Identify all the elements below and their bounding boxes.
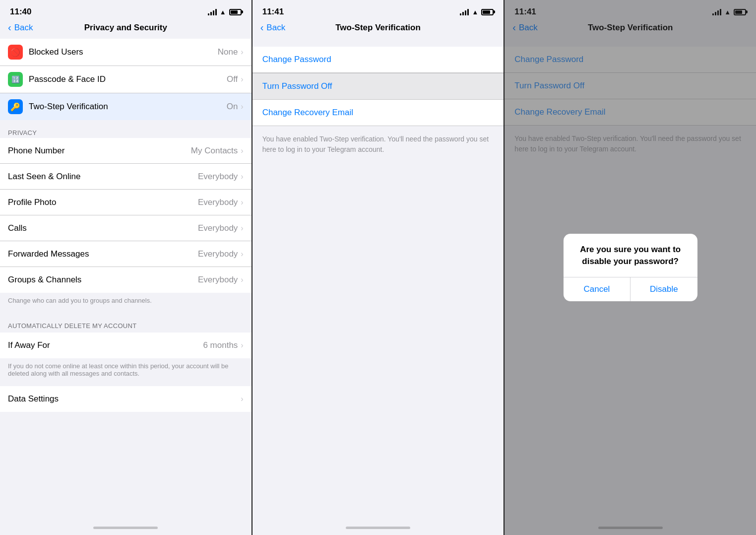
groups-chevron-icon: › — [241, 275, 243, 284]
home-indicator-2 — [252, 523, 504, 535]
forwarded-chevron-icon: › — [241, 250, 243, 259]
battery-icon-2 — [481, 9, 494, 15]
passcode-chevron-icon: › — [241, 75, 243, 84]
last-seen-row[interactable]: Last Seen & Online Everybody › — [0, 164, 252, 190]
home-indicator-1 — [0, 523, 252, 535]
blocked-users-label: Blocked Users — [29, 47, 218, 57]
alert-title: Are you sure you want to disable your pa… — [564, 234, 697, 271]
delete-account-footer: If you do not come online at least once … — [0, 358, 252, 386]
profile-photo-row[interactable]: Profile Photo Everybody › — [0, 190, 252, 215]
if-away-chevron-icon: › — [241, 341, 243, 350]
forwarded-value: Everybody — [198, 249, 238, 259]
blocked-users-icon: 🚫 — [8, 45, 23, 60]
data-settings-section: Data Settings › — [0, 386, 252, 412]
change-recovery-email-item-2[interactable]: Change Recovery Email — [252, 100, 504, 126]
security-section: 🚫 Blocked Users None › 🔢 Passcode & Face… — [0, 39, 252, 120]
status-time-2: 11:41 — [262, 7, 284, 17]
data-settings-label: Data Settings — [8, 394, 241, 404]
back-label-2: Back — [266, 23, 285, 33]
phone-number-label: Phone Number — [8, 146, 191, 156]
if-away-label: If Away For — [8, 340, 203, 350]
last-seen-label: Last Seen & Online — [8, 172, 198, 182]
back-chevron-icon-1: ‹ — [8, 22, 11, 33]
wifi-icon-2: ▲ — [472, 8, 478, 16]
change-recovery-email-label-2: Change Recovery Email — [262, 108, 353, 118]
forwarded-label: Forwarded Messages — [8, 249, 198, 259]
description-2: You have enabled Two-Step verification. … — [252, 126, 504, 163]
profile-photo-value: Everybody — [198, 198, 238, 207]
back-chevron-icon-2: ‹ — [260, 22, 264, 33]
groups-value: Everybody — [198, 275, 238, 285]
status-bar-1: 11:40 ▲ — [0, 0, 252, 21]
signal-bars-icon-2 — [460, 9, 469, 15]
separator-privacy: PRIVACY — [0, 120, 252, 138]
passcode-icon: 🔢 — [8, 72, 23, 87]
alert-overlay: Are you sure you want to disable your pa… — [504, 0, 756, 535]
back-button-1[interactable]: ‹ Back — [8, 22, 33, 33]
two-step-label: Two-Step Verification — [29, 102, 227, 112]
two-step-row[interactable]: 🔑 Two-Step Verification On › — [0, 93, 252, 120]
alert-buttons: Cancel Disable — [564, 277, 697, 301]
passcode-label: Passcode & Face ID — [29, 74, 227, 84]
two-step-value: On — [227, 102, 238, 112]
delete-account-header: AUTOMATICALLY DELETE MY ACCOUNT — [0, 313, 252, 333]
panel-two-step-2: 11:41 ▲ ‹ Back Two-Step Verification Cha… — [504, 0, 756, 535]
two-step-icon: 🔑 — [8, 99, 23, 114]
phone-number-value: My Contacts — [191, 146, 238, 156]
status-bar-2: 11:41 ▲ — [252, 0, 504, 21]
phone-number-row[interactable]: Phone Number My Contacts › — [0, 138, 252, 164]
last-seen-value: Everybody — [198, 172, 238, 182]
phone-number-chevron-icon: › — [241, 146, 243, 155]
privacy-header: PRIVACY — [0, 120, 252, 139]
groups-label: Groups & Channels — [8, 275, 198, 285]
nav-title-2: Two-Step Verification — [335, 23, 421, 33]
wifi-icon: ▲ — [220, 8, 226, 16]
signal-bars-icon — [208, 9, 217, 15]
content-1: 🚫 Blocked Users None › 🔢 Passcode & Face… — [0, 39, 252, 523]
groups-footer: Change who can add you to groups and cha… — [0, 293, 252, 313]
blocked-users-value: None — [218, 47, 238, 57]
panel-two-step-1: 11:41 ▲ ‹ Back Two-Step Verification Cha… — [252, 0, 504, 535]
back-button-2[interactable]: ‹ Back — [260, 22, 285, 33]
data-settings-row[interactable]: Data Settings › — [0, 386, 252, 412]
groups-row[interactable]: Groups & Channels Everybody › — [0, 267, 252, 293]
disable-button[interactable]: Disable — [630, 277, 697, 301]
passcode-row[interactable]: 🔢 Passcode & Face ID Off › — [0, 66, 252, 93]
delete-account-section: If Away For 6 months › — [0, 333, 252, 358]
nav-title-1: Privacy and Security — [84, 23, 167, 33]
calls-value: Everybody — [198, 223, 238, 233]
if-away-row[interactable]: If Away For 6 months › — [0, 333, 252, 358]
privacy-section: Phone Number My Contacts › Last Seen & O… — [0, 138, 252, 293]
battery-icon — [229, 9, 242, 15]
profile-photo-label: Profile Photo — [8, 198, 198, 207]
content-2: Change Password Turn Password Off Change… — [252, 39, 504, 523]
calls-row[interactable]: Calls Everybody › — [0, 215, 252, 241]
back-label-1: Back — [14, 23, 33, 33]
status-time-1: 11:40 — [10, 7, 31, 17]
cancel-button[interactable]: Cancel — [564, 277, 631, 301]
calls-chevron-icon: › — [241, 224, 243, 233]
change-password-item-2[interactable]: Change Password — [252, 47, 504, 73]
panel-privacy-security: 11:40 ▲ ‹ Back Privacy and Security — [0, 0, 252, 535]
nav-bar-1: ‹ Back Privacy and Security — [0, 21, 252, 39]
forwarded-row[interactable]: Forwarded Messages Everybody › — [0, 241, 252, 267]
status-icons-1: ▲ — [208, 8, 242, 16]
alert-dialog: Are you sure you want to disable your pa… — [564, 234, 697, 302]
turn-password-off-label-2: Turn Password Off — [262, 81, 332, 91]
change-password-label-2: Change Password — [262, 55, 331, 65]
blocked-users-row[interactable]: 🚫 Blocked Users None › — [0, 39, 252, 66]
data-settings-chevron-icon: › — [241, 395, 243, 403]
blocked-users-chevron-icon: › — [241, 48, 243, 57]
profile-photo-chevron-icon: › — [241, 198, 243, 207]
turn-password-off-item-2[interactable]: Turn Password Off — [252, 73, 504, 100]
status-icons-2: ▲ — [460, 8, 494, 16]
two-step-chevron-icon: › — [241, 102, 243, 111]
calls-label: Calls — [8, 223, 198, 233]
nav-bar-2: ‹ Back Two-Step Verification — [252, 21, 504, 39]
if-away-value: 6 months — [203, 340, 238, 350]
last-seen-chevron-icon: › — [241, 172, 243, 181]
passcode-value: Off — [227, 74, 238, 84]
